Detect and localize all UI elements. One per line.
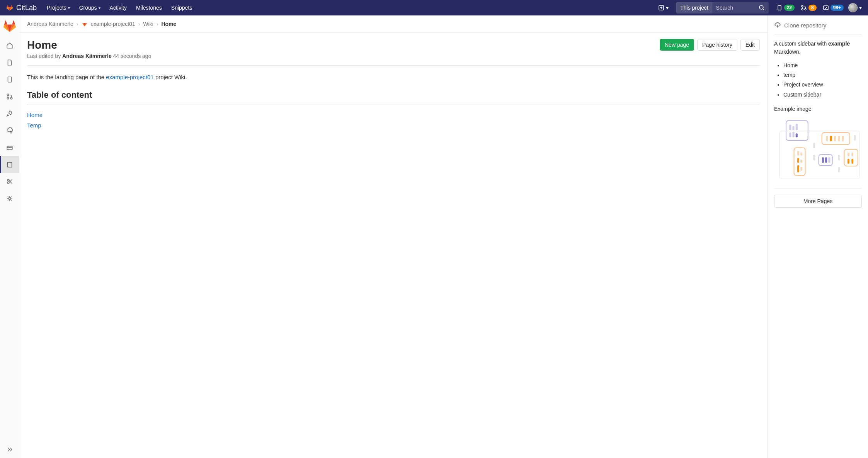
sidebar-collapse[interactable]	[0, 441, 19, 458]
wiki-content: This is the landing page of the example-…	[27, 66, 760, 131]
main-content: Andreas Kämmerle › example-project01 › W…	[19, 15, 768, 458]
svg-rect-22	[796, 133, 798, 137]
list-item[interactable]: Project overview	[783, 80, 862, 90]
list-item[interactable]: Custom sidebar	[783, 90, 862, 100]
svg-rect-50	[854, 135, 856, 140]
project-link[interactable]: example-project01	[106, 74, 153, 80]
svg-point-5	[805, 8, 806, 10]
svg-rect-26	[834, 136, 836, 141]
toc-heading: Table of content	[27, 88, 760, 105]
svg-rect-19	[796, 124, 798, 130]
svg-rect-27	[838, 136, 840, 141]
chevron-down-icon: ▾	[68, 6, 70, 10]
last-edited: Last edited by Andreas Kämmerle 44 secon…	[27, 53, 151, 59]
nav-milestones[interactable]: Milestones	[132, 0, 166, 15]
svg-point-15	[9, 197, 11, 200]
svg-point-4	[802, 8, 803, 10]
svg-rect-49	[838, 167, 840, 172]
sidebar-item-snippets[interactable]	[0, 173, 19, 190]
more-pages-button[interactable]: More Pages	[774, 195, 862, 208]
project-avatar[interactable]	[2, 19, 17, 34]
clone-label: Clone repository	[784, 22, 826, 29]
top-nav: GitLab Projects▾ Groups▾ Activity Milest…	[0, 0, 868, 15]
issues-badge: 22	[784, 5, 795, 11]
gitlab-logo-icon	[82, 21, 88, 27]
sidebar-item-registry[interactable]	[0, 139, 19, 156]
mr-badge: 8	[808, 5, 817, 11]
gitlab-logo-icon	[3, 19, 17, 33]
page-history-button[interactable]: Page history	[697, 39, 737, 51]
cloud-download-icon	[774, 22, 781, 29]
issues-counter[interactable]: 22	[776, 5, 795, 11]
sidebar-item-issues[interactable]	[0, 71, 19, 88]
search-scope[interactable]: This project	[676, 2, 712, 14]
nav-activity[interactable]: Activity	[106, 0, 131, 15]
edit-button[interactable]: Edit	[740, 39, 760, 51]
search-input[interactable]	[712, 5, 755, 11]
crumb-project[interactable]: example-project01	[91, 21, 135, 27]
home-icon	[6, 42, 13, 49]
sidebar-item-merge-requests[interactable]	[0, 88, 19, 105]
mr-counter[interactable]: 8	[801, 5, 817, 11]
svg-rect-28	[842, 136, 844, 141]
right-sidebar: Clone repository A custom sidebar with e…	[768, 15, 868, 458]
user-menu[interactable]: ▾	[848, 3, 862, 12]
svg-rect-32	[797, 158, 799, 163]
custom-sidebar-list: Home temp Project overview Custom sideba…	[774, 61, 862, 100]
example-image	[774, 117, 862, 188]
package-icon	[6, 144, 13, 151]
svg-rect-42	[851, 153, 853, 156]
list-item[interactable]: temp	[783, 70, 862, 80]
user-avatar	[848, 3, 858, 12]
nav-projects[interactable]: Projects▾	[43, 0, 74, 15]
sidebar-item-cicd[interactable]	[0, 105, 19, 122]
sidebar-item-wiki[interactable]	[0, 156, 19, 173]
search-button[interactable]	[755, 5, 769, 11]
svg-point-13	[7, 179, 9, 181]
todos-icon	[823, 5, 829, 11]
new-dropdown[interactable]: ▾	[655, 5, 672, 11]
svg-rect-35	[800, 167, 802, 171]
list-item[interactable]: Home	[783, 61, 862, 70]
chevron-down-icon: ▾	[666, 5, 669, 11]
svg-rect-38	[825, 157, 827, 163]
svg-rect-47	[813, 155, 815, 160]
crumb-user[interactable]: Andreas Kämmerle	[27, 21, 73, 27]
issues-icon	[6, 76, 13, 83]
crumb-current: Home	[161, 21, 176, 27]
svg-point-1	[759, 5, 763, 9]
sidebar-item-repository[interactable]	[0, 54, 19, 71]
crumb-wiki[interactable]: Wiki	[143, 21, 153, 27]
svg-rect-41	[848, 153, 849, 156]
todos-counter[interactable]: 99+	[823, 5, 844, 11]
merge-request-icon	[801, 5, 807, 11]
svg-point-10	[10, 97, 12, 99]
brand-text: GitLab	[16, 4, 37, 12]
page-actions: New page Page history Edit	[660, 39, 760, 51]
sidebar-item-operations[interactable]	[0, 122, 19, 139]
svg-rect-31	[800, 153, 802, 156]
chevron-down-icon: ▾	[99, 6, 100, 10]
merge-request-icon	[6, 93, 13, 100]
scissors-icon	[6, 178, 13, 185]
issues-icon	[776, 5, 783, 11]
svg-rect-43	[848, 159, 849, 163]
svg-rect-18	[792, 126, 794, 130]
svg-rect-25	[830, 136, 832, 141]
sidebar-item-overview[interactable]	[0, 37, 19, 54]
toc-link-home[interactable]: Home	[27, 110, 760, 120]
nav-snippets[interactable]: Snippets	[167, 0, 196, 15]
svg-rect-20	[789, 132, 791, 137]
svg-rect-39	[828, 157, 830, 163]
example-image-label: Example image	[774, 106, 862, 112]
new-page-button[interactable]: New page	[660, 39, 694, 51]
nav-groups[interactable]: Groups▾	[75, 0, 104, 15]
svg-rect-17	[789, 124, 791, 130]
toc-link-temp[interactable]: Temp	[27, 120, 760, 131]
breadcrumb: Andreas Kämmerle › example-project01 › W…	[19, 15, 768, 33]
header-counters: 22 8 99+	[776, 5, 844, 11]
brand[interactable]: GitLab	[6, 4, 37, 12]
sidebar-item-settings[interactable]	[0, 190, 19, 207]
clone-repository[interactable]: Clone repository	[774, 22, 862, 34]
svg-rect-37	[822, 157, 824, 163]
